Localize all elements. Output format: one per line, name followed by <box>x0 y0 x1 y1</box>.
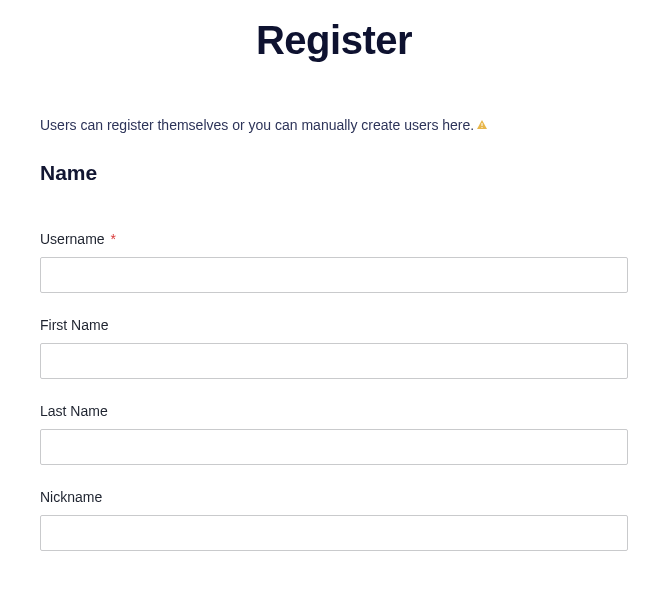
section-title-name: Name <box>40 161 628 185</box>
page-title: Register <box>40 18 628 63</box>
first-name-label: First Name <box>40 317 628 333</box>
form-group-first-name: First Name <box>40 317 628 379</box>
warning-icon <box>476 119 488 131</box>
first-name-input[interactable] <box>40 343 628 379</box>
username-input[interactable] <box>40 257 628 293</box>
username-label-text: Username <box>40 231 105 247</box>
info-row: Users can register themselves or you can… <box>40 117 628 133</box>
required-mark: * <box>110 231 115 247</box>
svg-rect-0 <box>482 123 483 126</box>
register-form-container: Register Users can register themselves o… <box>0 0 668 551</box>
last-name-label: Last Name <box>40 403 628 419</box>
username-label: Username * <box>40 231 628 247</box>
form-group-username: Username * <box>40 231 628 293</box>
form-group-last-name: Last Name <box>40 403 628 465</box>
last-name-input[interactable] <box>40 429 628 465</box>
nickname-label: Nickname <box>40 489 628 505</box>
form-group-nickname: Nickname <box>40 489 628 551</box>
info-text: Users can register themselves or you can… <box>40 117 474 133</box>
nickname-input[interactable] <box>40 515 628 551</box>
svg-rect-1 <box>482 127 483 128</box>
